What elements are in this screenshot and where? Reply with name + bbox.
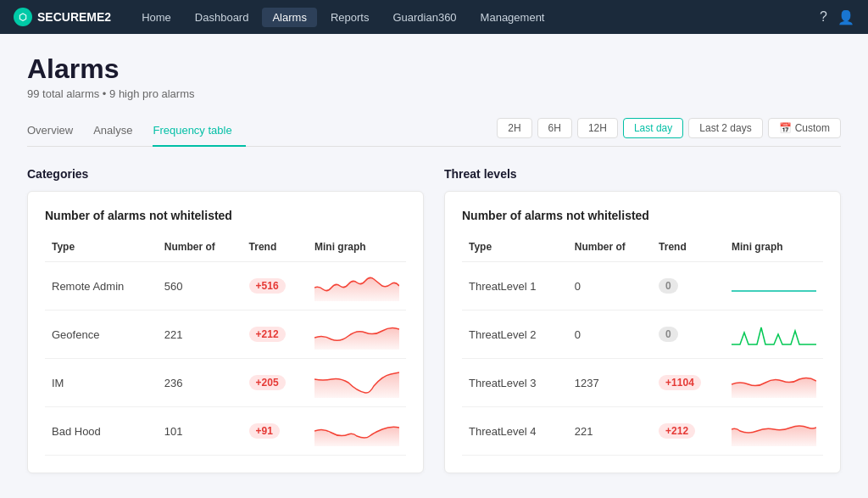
- col-trend-thr: Trend: [652, 236, 725, 262]
- trend-cell: +205: [242, 359, 308, 407]
- categories-card: Number of alarms not whitelisted Type Nu…: [27, 191, 424, 473]
- type-cell: ThreatLevel 2: [462, 311, 568, 359]
- nav-management[interactable]: Management: [470, 8, 555, 27]
- threat-levels-section-title: Threat levels: [444, 167, 841, 181]
- graph-cell: [308, 359, 406, 407]
- col-count-thr: Number of: [568, 236, 652, 262]
- graph-cell: [725, 359, 823, 407]
- type-cell: Bad Hood: [45, 407, 158, 456]
- trend-badge: +212: [659, 423, 695, 439]
- threat-levels-table: Type Number of Trend Mini graph ThreatLe…: [462, 236, 823, 456]
- brand: ⬡ SECUREME2: [14, 8, 111, 26]
- count-cell: 221: [158, 311, 242, 359]
- help-icon[interactable]: ?: [820, 9, 827, 25]
- count-cell: 236: [158, 359, 242, 407]
- sections-grid: Categories Number of alarms not whitelis…: [27, 167, 841, 473]
- trend-cell: +1104: [652, 359, 725, 407]
- trend-cell: +516: [242, 262, 308, 311]
- time-btn-12h[interactable]: 12H: [577, 118, 618, 138]
- trend-badge: +212: [249, 327, 286, 342]
- table-row: Remote Admin 560 +516: [45, 262, 406, 311]
- trend-badge: +516: [249, 278, 286, 294]
- table-row: Bad Hood 101 +91: [45, 407, 406, 456]
- trend-badge: +205: [249, 375, 286, 390]
- graph-cell: [725, 311, 823, 359]
- categories-table: Type Number of Trend Mini graph Remote A…: [45, 236, 406, 456]
- table-row: Geofence 221 +212: [45, 311, 406, 359]
- calendar-icon: 📅: [779, 122, 792, 134]
- threat-levels-card: Number of alarms not whitelisted Type Nu…: [444, 191, 841, 473]
- type-cell: ThreatLevel 3: [462, 359, 568, 407]
- type-cell: IM: [45, 359, 158, 407]
- type-cell: ThreatLevel 4: [462, 407, 568, 456]
- threat-levels-section: Threat levels Number of alarms not white…: [444, 167, 841, 473]
- graph-cell: [308, 407, 406, 456]
- col-trend-cat: Trend: [242, 236, 308, 262]
- graph-cell: [308, 262, 406, 311]
- col-graph-thr: Mini graph: [725, 236, 823, 262]
- threat-levels-card-title: Number of alarms not whitelisted: [462, 209, 823, 222]
- time-btn-6h[interactable]: 6H: [537, 118, 572, 138]
- count-cell: 0: [568, 262, 652, 311]
- trend-badge: +1104: [659, 375, 701, 390]
- count-cell: 101: [158, 407, 242, 456]
- page-subtitle: 99 total alarms • 9 high pro alarms: [27, 87, 841, 100]
- categories-card-title: Number of alarms not whitelisted: [45, 209, 406, 222]
- user-icon[interactable]: 👤: [837, 9, 854, 25]
- nav-right: ? 👤: [820, 9, 854, 25]
- graph-cell: [308, 311, 406, 359]
- type-cell: ThreatLevel 1: [462, 262, 568, 311]
- col-type-cat: Type: [45, 236, 158, 262]
- nav-dashboard[interactable]: Dashboard: [185, 8, 259, 27]
- nav-home[interactable]: Home: [131, 8, 181, 27]
- time-btn-2h[interactable]: 2H: [497, 118, 531, 138]
- brand-name: SECUREME2: [37, 10, 111, 24]
- count-cell: 1237: [568, 359, 652, 407]
- page-content: Alarms 99 total alarms • 9 high pro alar…: [0, 34, 868, 494]
- count-cell: 0: [568, 311, 652, 359]
- navbar: ⬡ SECUREME2 Home Dashboard Alarms Report…: [0, 0, 868, 34]
- tab-analyse[interactable]: Analyse: [93, 117, 146, 147]
- type-cell: Geofence: [45, 311, 158, 359]
- nav-guardian360[interactable]: Guardian360: [382, 8, 466, 27]
- graph-cell: [725, 262, 823, 311]
- table-row: ThreatLevel 2 0 0: [462, 311, 823, 359]
- graph-cell: [725, 407, 823, 456]
- table-row: ThreatLevel 1 0 0: [462, 262, 823, 311]
- trend-cell: +212: [652, 407, 725, 456]
- count-cell: 560: [158, 262, 242, 311]
- page-title: Alarms: [27, 54, 841, 84]
- trend-badge: 0: [659, 278, 678, 294]
- col-graph-cat: Mini graph: [308, 236, 406, 262]
- trend-cell: 0: [652, 262, 725, 311]
- time-btn-lastday[interactable]: Last day: [623, 118, 683, 138]
- time-filters: 2H 6H 12H Last day Last 2 days 📅 Custom: [497, 118, 841, 145]
- time-btn-custom[interactable]: 📅 Custom: [768, 118, 841, 138]
- count-cell: 221: [568, 407, 652, 456]
- trend-cell: +91: [242, 407, 308, 456]
- tab-frequency-table[interactable]: Frequency table: [153, 117, 245, 147]
- categories-section-title: Categories: [27, 167, 424, 181]
- type-cell: Remote Admin: [45, 262, 158, 311]
- categories-section: Categories Number of alarms not whitelis…: [27, 167, 424, 473]
- table-row: ThreatLevel 3 1237 +1104: [462, 359, 823, 407]
- trend-badge: +91: [249, 423, 280, 439]
- tabs-row: Overview Analyse Frequency table 2H 6H 1…: [27, 117, 841, 147]
- nav-alarms[interactable]: Alarms: [262, 8, 316, 27]
- trend-cell: 0: [652, 311, 725, 359]
- col-type-thr: Type: [462, 236, 568, 262]
- time-btn-last2days[interactable]: Last 2 days: [688, 118, 762, 138]
- custom-label: Custom: [795, 122, 830, 134]
- trend-badge: 0: [659, 327, 678, 342]
- trend-cell: +212: [242, 311, 308, 359]
- tab-overview[interactable]: Overview: [27, 117, 86, 147]
- nav-reports[interactable]: Reports: [320, 8, 380, 27]
- col-count-cat: Number of: [158, 236, 242, 262]
- table-row: IM 236 +205: [45, 359, 406, 407]
- nav-links: Home Dashboard Alarms Reports Guardian36…: [131, 8, 820, 27]
- brand-icon: ⬡: [14, 8, 32, 26]
- table-row: ThreatLevel 4 221 +212: [462, 407, 823, 456]
